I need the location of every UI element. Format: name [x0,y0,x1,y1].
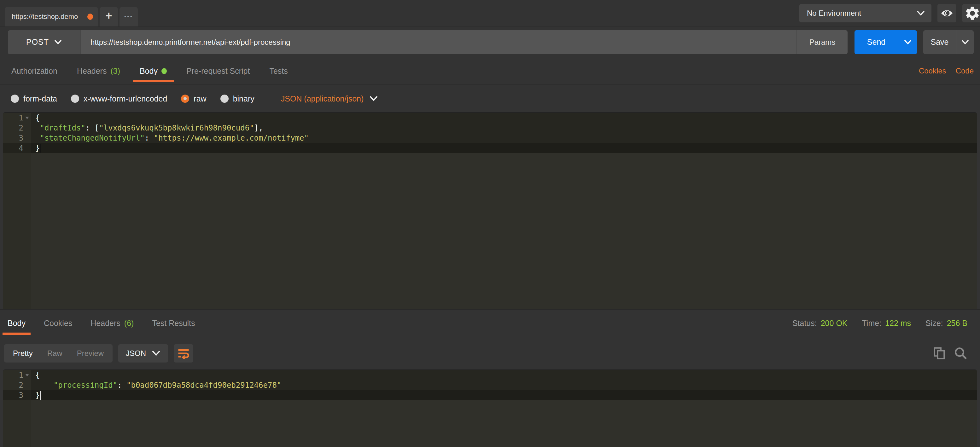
response-tab-cookies[interactable]: Cookies [39,310,77,337]
params-button[interactable]: Params [797,30,848,54]
method-select[interactable]: POST [8,30,80,54]
copy-icon [933,347,945,360]
environment-area: No Environment [799,0,980,27]
text-caret [40,391,41,400]
response-format-select[interactable]: JSON [118,344,168,363]
response-meta: Status: 200 OK Time: 122 ms Size: 256 B [792,310,967,337]
send-button-group: Send [854,30,917,54]
line-number-gutter: 3 [3,390,31,400]
content-type-label: JSON (application/json) [281,94,364,103]
urlencoded-label: x-www-form-urlencoded [84,94,167,103]
request-links: Cookies Code [919,57,974,84]
save-button-group: Save [923,30,974,54]
chevron-down-icon [369,95,378,102]
code-line[interactable]: 4} [3,143,977,153]
new-tab-button[interactable]: + [100,7,118,27]
time-label: Time: [862,319,881,328]
response-tab-tests-label: Test Results [152,319,195,328]
radio-selected-icon [181,95,189,103]
word-wrap-icon [177,348,190,359]
code-line[interactable]: 3 "stateChangedNotifyUrl": "https://www.… [3,133,977,143]
view-mode-preview[interactable]: Preview [77,349,104,358]
url-bar: POST https://testshop.demo.printformer.n… [8,30,848,54]
word-wrap-button[interactable] [174,344,193,363]
response-tab-cookies-label: Cookies [44,319,72,328]
top-tab-bar: https://testshop.demo + ••• No Environme… [0,0,980,27]
chevron-down-icon [916,10,925,16]
body-type-row: form-data x-www-form-urlencoded raw bina… [0,85,980,112]
tab-tests[interactable]: Tests [262,57,294,84]
code-line[interactable]: 2 "processingId": "b0ad067db9a58dca4fd90… [3,380,977,390]
size-value: 256 B [947,319,967,328]
more-tabs-button[interactable]: ••• [119,7,138,27]
request-tab[interactable]: https://testshop.demo [5,7,98,27]
response-tab-body[interactable]: Body [3,310,30,337]
response-tab-headers[interactable]: Headers (6) [86,310,139,337]
send-options-button[interactable] [898,30,917,54]
environment-quicklook-button[interactable] [937,4,956,22]
url-input[interactable]: https://testshop.demo.printformer.net/ap… [80,30,797,54]
status-label: Status: [792,319,817,328]
fold-arrow-icon[interactable] [25,374,29,376]
view-mode-pretty[interactable]: Pretty [13,349,33,358]
status-value: 200 OK [821,319,848,328]
headers-count-badge: (3) [110,67,120,76]
settings-button[interactable] [963,4,980,22]
tab-headers-label: Headers [77,67,107,76]
code-line[interactable]: 2 "draftIds": ["lvxdqs6vkuqk5bp8kwkir6h9… [3,123,977,133]
body-type-form-data[interactable]: form-data [11,94,57,103]
tab-authorization-label: Authorization [11,67,57,76]
line-number-gutter: 1 [3,370,31,380]
tab-body[interactable]: Body [133,57,174,84]
tab-headers[interactable]: Headers (3) [70,57,127,84]
body-type-urlencoded[interactable]: x-www-form-urlencoded [71,94,167,103]
chevron-down-icon [961,40,969,45]
cookies-link[interactable]: Cookies [919,67,946,75]
response-toolbar: Pretty Raw Preview JSON [0,337,980,369]
size-pair: Size: 256 B [926,319,967,328]
code-line[interactable]: 1{ [3,113,977,123]
response-tab-test-results[interactable]: Test Results [147,310,200,337]
response-headers-count-badge: (6) [124,319,134,328]
request-builder-row: POST https://testshop.demo.printformer.n… [0,27,980,57]
postman-window: https://testshop.demo + ••• No Environme… [0,0,980,447]
search-icon [954,347,967,360]
time-pair: Time: 122 ms [862,319,911,328]
tab-tests-label: Tests [269,67,288,76]
response-tabs-row: Body Cookies Headers (6) Test Results St… [0,309,980,337]
radio-icon [11,95,19,103]
search-response-button[interactable] [954,347,967,360]
body-type-binary[interactable]: binary [220,94,255,103]
environment-select[interactable]: No Environment [799,4,931,22]
copy-response-button[interactable] [933,347,945,360]
code-line[interactable]: 1{ [3,370,977,380]
tab-pre-request-script[interactable]: Pre-request Script [180,57,257,84]
chevron-down-icon [152,350,161,356]
request-tab-title: https://testshop.demo [12,13,83,21]
request-tabs-row: Authorization Headers (3) Body Pre-reque… [0,57,980,85]
text-caret [40,144,41,153]
method-label: POST [26,38,49,47]
response-format-label: JSON [126,349,146,358]
tab-authorization[interactable]: Authorization [5,57,64,84]
line-number-gutter: 2 [3,123,31,133]
line-number-gutter: 4 [3,143,31,153]
binary-label: binary [233,94,255,103]
fold-arrow-icon[interactable] [25,117,29,119]
code-link[interactable]: Code [956,67,974,75]
content-type-select[interactable]: JSON (application/json) [281,94,379,103]
view-mode-raw[interactable]: Raw [47,349,62,358]
form-data-label: form-data [23,94,57,103]
response-body-editor[interactable]: 1{2 "processingId": "b0ad067db9a58dca4fd… [3,369,977,447]
request-body-editor[interactable]: 1{2 "draftIds": ["lvxdqs6vkuqk5bp8kwkir6… [3,112,977,309]
code-line[interactable]: 3} [3,390,977,400]
view-mode-group: Pretty Raw Preview [4,344,113,363]
line-number-gutter: 3 [3,133,31,143]
save-options-button[interactable] [956,30,974,54]
send-button[interactable]: Send [854,30,898,54]
body-type-raw[interactable]: raw [181,94,206,103]
response-tab-headers-label: Headers [91,319,121,328]
chevron-down-icon [904,40,912,45]
unsaved-changes-dot [88,14,93,20]
save-button[interactable]: Save [923,30,956,54]
